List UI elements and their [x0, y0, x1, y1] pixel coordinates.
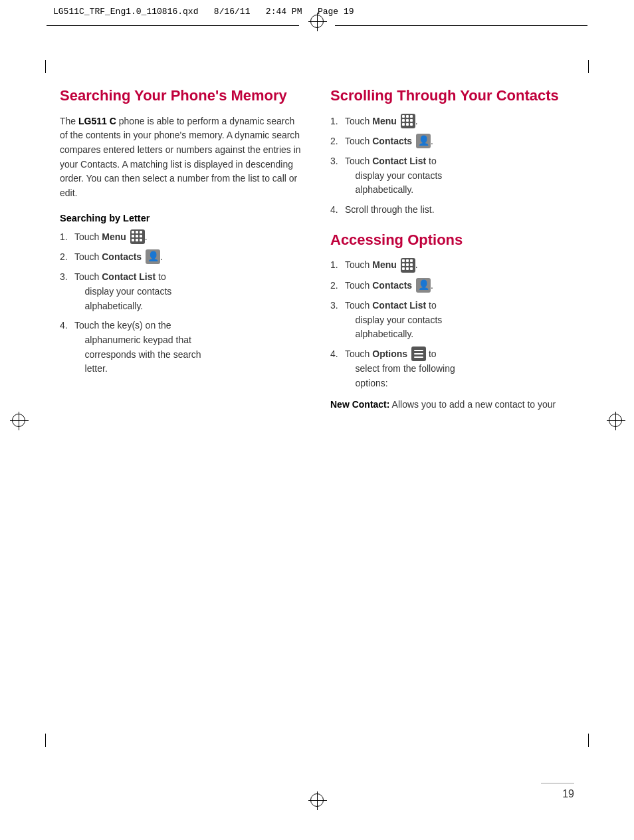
- page-container: LG511C_TRF_Eng1.0_110816.qxd 8/16/11 2:4…: [0, 0, 634, 840]
- content-area: Searching Your Phone's Memory The LG511 …: [60, 86, 574, 773]
- right-s1-step-content-4: Scroll through the list.: [345, 203, 574, 217]
- step-content-1: Touch Menu: [74, 230, 304, 245]
- right-s2-step-number-4: 4.: [330, 347, 342, 362]
- right-s2-step-number-3: 3.: [330, 299, 342, 313]
- header-date: 8/16/11: [214, 7, 251, 17]
- right-s1-step-content-1: Touch Menu: [345, 114, 574, 129]
- right-s1-step-content-2: Touch Contacts 👤 .: [345, 134, 574, 149]
- right-section2-title: Accessing Options: [330, 231, 574, 249]
- options-icon-r2: [411, 347, 426, 361]
- page-rule: [541, 783, 574, 783]
- step-number-2: 2.: [60, 250, 72, 265]
- step-number-3: 3.: [60, 270, 72, 285]
- crop-line-right: [335, 25, 587, 26]
- left-section-title: Searching Your Phone's Memory: [60, 86, 304, 105]
- right-s2-step-content-4: Touch Options to select from the followi…: [345, 347, 574, 391]
- header-page: Page 19: [318, 7, 354, 17]
- menu-icon-r1: [401, 114, 415, 128]
- step-content-2: Touch Contacts 👤 .: [74, 250, 304, 265]
- page-number: 19: [562, 788, 574, 800]
- right-s2-step-content-3: Touch Contact List to display your conta…: [345, 299, 574, 342]
- right-s1-step-number-2: 2.: [330, 134, 342, 149]
- right-s1-step-content-3: Touch Contact List to display your conta…: [345, 154, 574, 198]
- step-number-1: 1.: [60, 230, 72, 245]
- new-contact-label: New Contact:: [330, 399, 389, 410]
- header-bar: LG511C_TRF_Eng1.0_110816.qxd 8/16/11 2:4…: [53, 7, 581, 17]
- right-s2-step-number-1: 1.: [330, 258, 342, 273]
- step-number-4: 4.: [60, 319, 72, 333]
- crop-line-left: [47, 25, 299, 26]
- right-s2-step-number-2: 2.: [330, 279, 342, 293]
- right-section1-title: Scrolling Through Your Contacts: [330, 86, 574, 105]
- margin-mark-right-bottom: [588, 734, 589, 747]
- step-content-3: Touch Contact List to display your conta…: [74, 270, 304, 313]
- left-step-3: 3. Touch Contact List to display your co…: [60, 270, 304, 313]
- right-s1-step-1: 1. Touch Menu: [330, 114, 574, 129]
- left-step-1: 1. Touch Menu: [60, 230, 304, 245]
- header-filename: LG511C_TRF_Eng1.0_110816.qxd: [53, 7, 198, 17]
- right-s1-step-number-1: 1.: [330, 114, 342, 129]
- registration-mark-top: [310, 15, 324, 28]
- menu-dots-1: [132, 231, 143, 242]
- registration-mark-right: [609, 414, 622, 427]
- registration-mark-bottom: [310, 793, 324, 807]
- right-s2-step-3: 3. Touch Contact List to display your co…: [330, 299, 574, 342]
- right-s1-step-3: 3. Touch Contact List to display your co…: [330, 154, 574, 198]
- right-s1-step-4: 4. Scroll through the list.: [330, 203, 574, 217]
- menu-icon-r2: [401, 258, 415, 273]
- right-s2-step-content-2: Touch Contacts 👤 .: [345, 279, 574, 293]
- left-column: Searching Your Phone's Memory The LG511 …: [60, 86, 304, 773]
- right-s1-step-2: 2. Touch Contacts 👤 .: [330, 134, 574, 149]
- contacts-icon-r2: 👤: [416, 278, 431, 293]
- sub-section-title: Searching by Letter: [60, 213, 304, 223]
- step-content-4: Touch the key(s) on the alphanumeric key…: [74, 319, 304, 376]
- left-step-4: 4. Touch the key(s) on the alphanumeric …: [60, 319, 304, 376]
- right-column: Scrolling Through Your Contacts 1. Touch…: [330, 86, 574, 773]
- right-s2-step-2: 2. Touch Contacts 👤 .: [330, 279, 574, 293]
- right-s1-step-number-4: 4.: [330, 203, 342, 217]
- right-s2-step-content-1: Touch Menu: [345, 258, 574, 273]
- new-contact-text: Allows you to add a new contact to your: [389, 399, 556, 410]
- margin-mark-left-top: [45, 60, 46, 73]
- intro-paragraph: The LG511 C phone is able to perform a d…: [60, 114, 304, 201]
- right-s2-step-4: 4. Touch Options to select from the foll…: [330, 347, 574, 391]
- margin-mark-left-bottom: [45, 734, 46, 747]
- right-s1-step-number-3: 3.: [330, 154, 342, 169]
- left-step-2: 2. Touch Contacts 👤 .: [60, 250, 304, 265]
- header-time: 2:44 PM: [266, 7, 302, 17]
- right-s2-step-1: 1. Touch Menu: [330, 258, 574, 273]
- contacts-icon-1: 👤: [146, 249, 160, 264]
- menu-icon-1: [130, 229, 145, 244]
- registration-mark-left: [12, 414, 25, 427]
- margin-mark-right-top: [588, 60, 589, 73]
- contacts-icon-r1: 👤: [416, 134, 431, 148]
- new-contact-blurb: New Contact: Allows you to add a new con…: [330, 398, 574, 412]
